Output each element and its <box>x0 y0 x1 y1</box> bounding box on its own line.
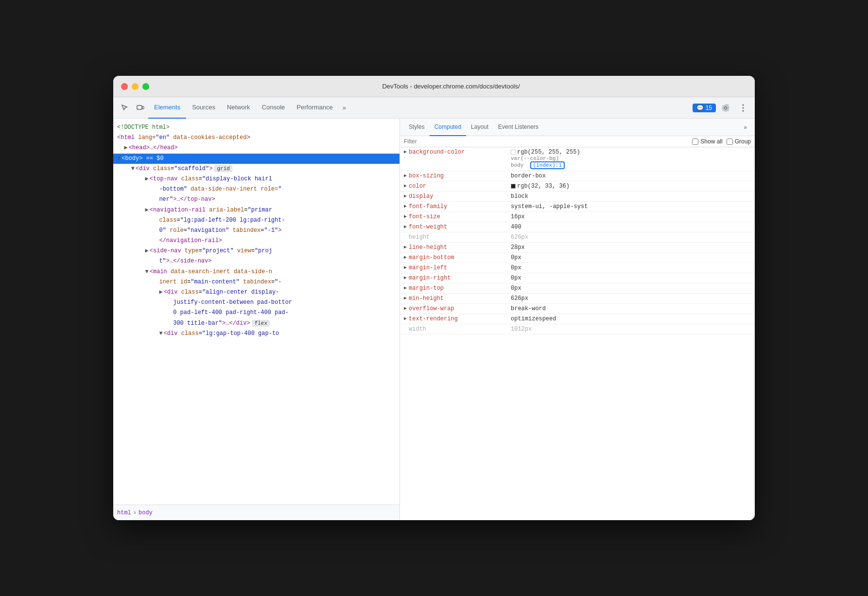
prop-row-background-color: ▶ background-color rgb(255, 255, 255) va… <box>400 147 755 171</box>
dom-panel: <!DOCTYPE html> <html lang="en" data-coo… <box>113 119 400 520</box>
tab-styles[interactable]: Styles <box>404 119 430 136</box>
tab-event-listeners[interactable]: Event Listeners <box>493 119 543 136</box>
prop-row-color: ▶ color rgb(32, 33, 36) <box>400 181 755 192</box>
dom-top-nav-1[interactable]: ▶<top-nav class="display-block hairl <box>113 174 399 184</box>
devtools-body: <!DOCTYPE html> <html lang="en" data-coo… <box>113 119 755 520</box>
settings-icon[interactable] <box>718 100 733 116</box>
close-button[interactable] <box>121 83 128 90</box>
dom-nav-rail-4: </navigation-rail> <box>113 236 399 246</box>
devtools-tabs: Elements Sources Network Console Perform… <box>113 97 755 119</box>
dom-div-pad: 0 pad-left-400 pad-right-400 pad- <box>113 308 399 318</box>
tabs-overflow-button[interactable]: » <box>339 104 350 111</box>
tab-sources[interactable]: Sources <box>186 97 221 119</box>
dom-top-nav-3: ner">…</top-nav> <box>113 194 399 205</box>
show-all-checkbox[interactable]: Show all <box>692 138 722 145</box>
dom-side-nav-1[interactable]: ▶<side-nav type="project" view="proj <box>113 246 399 256</box>
more-options-icon[interactable] <box>735 100 751 116</box>
dom-head[interactable]: ▶<head>…</head> <box>113 143 399 153</box>
prop-row-font-weight: ▶ font-weight 400 <box>400 222 755 232</box>
dom-main-2: inert id="main-content" tabindex="- <box>113 277 399 287</box>
prop-row-overflow-wrap: ▶ overflow-wrap break-word <box>400 304 755 314</box>
prop-row-width: ▶ width 1012px <box>400 324 755 334</box>
dom-scaffold[interactable]: ▼<div class="scaffold">grid <box>113 164 399 174</box>
tab-performance[interactable]: Performance <box>291 97 338 119</box>
minimize-button[interactable] <box>132 83 139 90</box>
tab-layout[interactable]: Layout <box>466 119 493 136</box>
maximize-button[interactable] <box>142 83 149 90</box>
prop-row-font-size: ▶ font-size 16px <box>400 212 755 222</box>
svg-rect-0 <box>137 105 142 109</box>
dom-body[interactable]: ▼<body> == $0 <box>113 154 399 164</box>
dom-div-title-bar: 300 title-bar">…</div>flex <box>113 318 399 329</box>
prop-row-height: ▶ height 626px <box>400 232 755 243</box>
devtools-container: Elements Sources Network Console Perform… <box>113 97 755 520</box>
traffic-lights <box>121 83 149 90</box>
dom-main-1[interactable]: ▼<main data-search-inert data-side-n <box>113 267 399 277</box>
device-toggle-icon[interactable] <box>133 100 148 116</box>
tabs-right-actions: 💬 15 <box>693 100 751 116</box>
source-link-bg[interactable]: (index):1 <box>530 161 565 169</box>
group-checkbox[interactable]: Group <box>727 138 751 145</box>
prop-row-margin-right: ▶ margin-right 0px <box>400 273 755 283</box>
filter-input[interactable] <box>404 138 688 145</box>
devtools-window: DevTools - developer.chrome.com/docs/dev… <box>113 76 755 520</box>
prop-row-margin-top: ▶ margin-top 0px <box>400 283 755 294</box>
tab-elements[interactable]: Elements <box>148 97 186 119</box>
element-picker-icon[interactable] <box>117 100 133 116</box>
prop-row-display: ▶ display block <box>400 192 755 202</box>
svg-rect-1 <box>142 106 144 109</box>
dom-nav-rail-1[interactable]: ▶<navigation-rail aria-label="primar <box>113 205 399 215</box>
breadcrumb-html[interactable]: html <box>117 509 131 516</box>
breadcrumb-bar: html › body <box>113 505 399 520</box>
color-swatch-text <box>511 184 516 189</box>
prop-row-line-height: ▶ line-height 28px <box>400 243 755 253</box>
dom-nav-rail-2: class="lg:pad-left-200 lg:pad-right- <box>113 215 399 226</box>
styles-tabs-overflow[interactable]: » <box>740 124 751 131</box>
window-title: DevTools - developer.chrome.com/docs/dev… <box>155 83 747 90</box>
dom-side-nav-2: t">…</side-nav> <box>113 256 399 266</box>
prop-row-margin-bottom: ▶ margin-bottom 0px <box>400 253 755 263</box>
dom-doctype: <!DOCTYPE html> <box>113 123 399 133</box>
svg-point-3 <box>743 107 744 108</box>
prop-row-font-family: ▶ font-family system-ui, -apple-syst <box>400 202 755 212</box>
computed-properties-list: ▶ background-color rgb(255, 255, 255) va… <box>400 147 755 520</box>
title-bar: DevTools - developer.chrome.com/docs/dev… <box>113 76 755 97</box>
computed-filter-bar: Show all Group <box>400 136 755 147</box>
tab-console[interactable]: Console <box>256 97 291 119</box>
breadcrumb-body[interactable]: body <box>139 509 153 516</box>
prop-row-box-sizing: ▶ box-sizing border-box <box>400 171 755 181</box>
dom-div-align[interactable]: ▶<div class="align-center display- <box>113 287 399 298</box>
dom-nav-rail-3: 0" role="navigation" tabindex="-1"> <box>113 226 399 236</box>
dom-div-lg-gap[interactable]: ▼<div class="lg:gap-top-400 gap-to <box>113 329 399 339</box>
styles-tabs: Styles Computed Layout Event Listeners » <box>400 119 755 136</box>
issues-badge[interactable]: 💬 15 <box>693 104 716 112</box>
dom-tree[interactable]: <!DOCTYPE html> <html lang="en" data-coo… <box>113 119 399 505</box>
color-swatch-bg <box>511 150 516 155</box>
tab-network[interactable]: Network <box>221 97 256 119</box>
svg-point-4 <box>743 110 744 111</box>
dom-html[interactable]: <html lang="en" data-cookies-accepted> <box>113 133 399 143</box>
prop-row-margin-left: ▶ margin-left 0px <box>400 263 755 273</box>
prop-row-text-rendering: ▶ text-rendering optimizespeed <box>400 314 755 324</box>
dom-div-justify: justify-content-between pad-bottor <box>113 298 399 308</box>
svg-point-2 <box>743 104 744 105</box>
styles-panel: Styles Computed Layout Event Listeners » <box>400 119 755 520</box>
prop-row-min-height: ▶ min-height 626px <box>400 294 755 304</box>
tab-computed[interactable]: Computed <box>430 119 466 136</box>
dom-top-nav-2: -bottom" data-side-nav-inert role=" <box>113 184 399 194</box>
